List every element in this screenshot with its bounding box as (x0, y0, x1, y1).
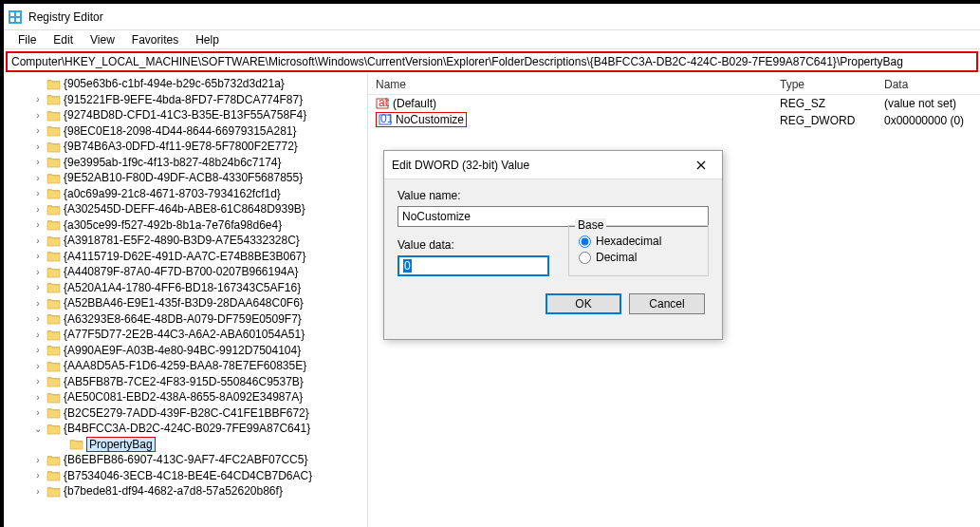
edit-dword-dialog: Edit DWORD (32-bit) Value Value name: Va… (383, 150, 723, 340)
chevron-right-icon[interactable]: › (32, 345, 44, 355)
tree-item[interactable]: ›{B6EBFB86-6907-413C-9AF7-4FC2ABF07CC5} (4, 452, 367, 468)
value-data-field[interactable]: 0 (398, 255, 549, 276)
chevron-right-icon[interactable]: › (32, 267, 44, 277)
tree-item-label: {B7534046-3ECB-4C18-BE4E-64CD4CB7D6AC} (64, 469, 312, 482)
svg-rect-3 (10, 18, 14, 22)
menu-file[interactable]: File (9, 33, 45, 47)
tree-item-label: {AE50C081-EBD2-438A-8655-8A092E34987A} (64, 390, 303, 404)
tree-item[interactable]: ›{a0c69a99-21c8-4671-8703-7934162fcf1d} (4, 186, 367, 202)
address-input[interactable] (8, 53, 976, 70)
tree-panel[interactable]: {905e63b6-c1bf-494e-b29c-65b732d3d21a}›{… (4, 74, 368, 527)
tree-item-label: {A520A1A4-1780-4FF6-BD18-167343C5AF16} (64, 281, 301, 294)
tree-item[interactable]: ›{AAA8D5A5-F1D6-4259-BAA8-78E7EF60835E} (4, 358, 367, 374)
tree-item[interactable]: {905e63b6-c1bf-494e-b29c-65b732d3d21a} (4, 76, 367, 92)
chevron-right-icon[interactable]: › (32, 125, 44, 136)
chevron-right-icon[interactable]: › (32, 110, 44, 121)
folder-icon (46, 141, 61, 153)
chevron-right-icon[interactable]: › (32, 282, 44, 292)
folder-icon (46, 93, 61, 105)
tree-item[interactable]: ›{AE50C081-EBD2-438A-8655-8A092E34987A} (4, 389, 367, 405)
chevron-right-icon[interactable]: › (32, 157, 44, 167)
ok-button[interactable]: OK (545, 293, 621, 314)
tree-item-label: {A990AE9F-A03B-4e80-94BC-9912D7504104} (64, 344, 301, 357)
tree-item[interactable]: ›{A3918781-E5F2-4890-B3D9-A7E54332328C} (4, 233, 367, 249)
hexadecimal-label: Hexadecimal (596, 235, 661, 248)
tree-item[interactable]: ›{b7bede81-df94-4682-a7d8-57a52620b86f} (4, 483, 367, 499)
tree-item[interactable]: ›{915221FB-9EFE-4bda-8FD7-F78DCA774F87} (4, 92, 367, 108)
dialog-title-bar: Edit DWORD (32-bit) Value (384, 151, 722, 179)
chevron-right-icon[interactable]: › (32, 298, 44, 309)
chevron-right-icon[interactable]: › (32, 329, 44, 340)
tree-item[interactable]: ›{B7534046-3ECB-4C18-BE4E-64CD4CB7D6AC} (4, 468, 367, 484)
chevron-right-icon[interactable]: › (32, 470, 44, 480)
tree-item-label: {9E52AB10-F80D-49DF-ACB8-4330F5687855} (64, 171, 303, 184)
folder-icon (46, 312, 61, 325)
tree-item-label: {a305ce99-f527-492b-8b1a-7e76fa98d6e4} (64, 218, 282, 232)
tree-item[interactable]: ›{A52BBA46-E9E1-435f-B3D9-28DAA648C0F6} (4, 295, 367, 311)
tree-item[interactable]: ›{A4115719-D62E-491D-AA7C-E74B8BE3B067} (4, 249, 367, 265)
folder-icon (46, 344, 61, 356)
tree-item-label: {9274BD8D-CFD1-41C3-B35E-B13F55A758F4} (64, 108, 306, 122)
chevron-right-icon[interactable]: › (32, 219, 44, 230)
tree-item[interactable]: ›{a305ce99-f527-492b-8b1a-7e76fa98d6e4} (4, 217, 367, 234)
folder-icon (46, 469, 61, 481)
tree-item-label: {905e63b6-c1bf-494e-b29c-65b732d3d21a} (64, 77, 285, 90)
tree-item-label: {A302545D-DEFF-464b-ABE8-61C8648D939B} (64, 202, 305, 216)
chevron-down-icon[interactable]: ⌄ (32, 423, 44, 434)
close-icon[interactable] (688, 156, 714, 175)
folder-icon (46, 187, 61, 199)
tree-item-label: {A52BBA46-E9E1-435f-B3D9-28DAA648C0F6} (64, 296, 304, 310)
tree-item[interactable]: ›{98EC0E18-2098-4D44-8644-66979315A281} (4, 123, 367, 140)
chevron-right-icon[interactable]: › (32, 235, 44, 246)
folder-icon (46, 281, 61, 293)
tree-item[interactable]: ›{A63293E8-664E-48DB-A079-DF759E0509F7} (4, 311, 367, 328)
chevron-right-icon[interactable]: › (32, 204, 44, 215)
tree-item[interactable]: ›{A302545D-DEFF-464b-ABE8-61C8648D939B} (4, 201, 367, 217)
folder-icon (46, 423, 61, 435)
chevron-right-icon[interactable]: › (32, 376, 44, 386)
menu-view[interactable]: View (82, 33, 123, 47)
tree-item[interactable]: ›{9274BD8D-CFD1-41C3-B35E-B13F55A758F4} (4, 107, 367, 123)
menu-help[interactable]: Help (187, 33, 228, 47)
chevron-right-icon[interactable]: › (32, 486, 44, 497)
base-group: Base Hexadecimal Decimal (568, 225, 709, 276)
tree-item[interactable]: ›{B2C5E279-7ADD-439F-B28C-C41FE1BBF672} (4, 405, 367, 422)
chevron-right-icon[interactable]: › (32, 455, 44, 465)
cancel-button[interactable]: Cancel (629, 293, 705, 314)
tree-item[interactable]: ›{A990AE9F-A03B-4e80-94BC-9912D7504104} (4, 343, 367, 359)
tree-item[interactable]: ›{AB5FB87B-7CE2-4F83-915D-550846C9537B} (4, 374, 367, 390)
svg-rect-1 (10, 12, 14, 16)
value-name-field[interactable] (398, 206, 709, 227)
folder-icon (46, 78, 61, 90)
chevron-right-icon[interactable]: › (32, 392, 44, 403)
tree-item-label: {98EC0E18-2098-4D44-8644-66979315A281} (64, 124, 297, 138)
chevron-right-icon[interactable]: › (32, 141, 44, 152)
tree-item[interactable]: ›{A77F5D77-2E2B-44C3-A6A2-ABA601054A51} (4, 327, 367, 343)
decimal-radio[interactable] (579, 252, 591, 264)
folder-icon (46, 172, 61, 184)
chevron-right-icon[interactable]: › (32, 407, 44, 418)
chevron-right-icon[interactable]: › (32, 251, 44, 261)
folder-icon (46, 235, 61, 247)
tree-item-label: {AAA8D5A5-F1D6-4259-BAA8-78E7EF60835E} (64, 359, 306, 372)
tree-item-label: {a0c69a99-21c8-4671-8703-7934162fcf1d} (64, 187, 281, 200)
tree-item[interactable]: ›{A440879F-87A0-4F7D-B700-0207B966194A} (4, 264, 367, 280)
menu-favorites[interactable]: Favorites (123, 33, 187, 47)
chevron-right-icon[interactable]: › (32, 361, 44, 371)
tree-item-propertybag[interactable]: PropertyBag (4, 437, 367, 453)
chevron-right-icon[interactable]: › (32, 173, 44, 183)
main-split: {905e63b6-c1bf-494e-b29c-65b732d3d21a}›{… (4, 74, 980, 527)
svg-rect-2 (16, 12, 20, 16)
hexadecimal-radio[interactable] (579, 235, 591, 248)
tree-item[interactable]: ›{9e3995ab-1f9c-4f13-b827-48b24b6c7174} (4, 155, 367, 171)
menu-edit[interactable]: Edit (45, 33, 82, 47)
tree-item[interactable]: ›{9B74B6A3-0DFD-4f11-9E78-5F7800F2E772} (4, 139, 367, 155)
tree-item[interactable]: ›{A520A1A4-1780-4FF6-BD18-167343C5AF16} (4, 280, 367, 296)
chevron-right-icon[interactable]: › (32, 188, 44, 198)
chevron-right-icon[interactable]: › (32, 94, 44, 104)
base-legend: Base (575, 218, 606, 232)
tree-item[interactable]: ›{9E52AB10-F80D-49DF-ACB8-4330F5687855} (4, 170, 367, 186)
folder-icon (46, 124, 61, 137)
chevron-right-icon[interactable]: › (32, 313, 44, 324)
tree-item[interactable]: ⌄{B4BFCC3A-DB2C-424C-B029-7FE99A87C641} (4, 421, 367, 437)
